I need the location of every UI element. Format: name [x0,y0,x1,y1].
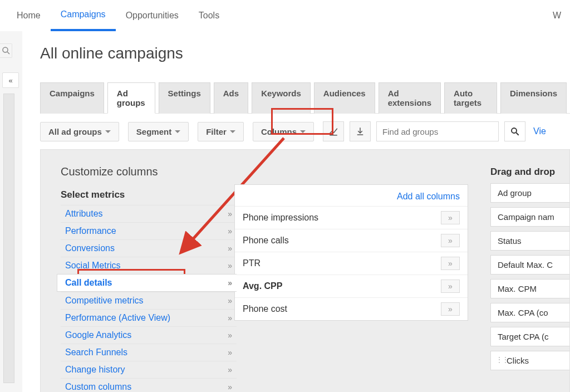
top-nav: Home Campaigns Opportunities Tools W [0,0,570,31]
chevron-right-icon: » [228,244,232,253]
search-input[interactable] [377,127,498,136]
nav-home[interactable]: Home [7,0,51,31]
metric-label: Custom columns [65,382,131,392]
tab-ad-extensions[interactable]: Ad extensions [379,82,441,114]
chevron-right-icon: » [228,227,232,236]
col-row-phone-cost: Phone cost » [235,297,468,320]
metric-custom-columns[interactable]: Custom columns» [61,378,237,392]
view-link[interactable]: Vie [533,126,546,136]
nav-tools[interactable]: Tools [189,0,229,31]
metric-label: Call details [65,278,112,288]
add-all-link-row: Add all columns [235,185,468,206]
dd-item[interactable]: Campaign nam [490,207,570,227]
chevron-right-icon: » [228,365,232,374]
col-label: Phone impressions [243,213,318,223]
dd-item[interactable]: Default Max. C [490,255,570,275]
chevron-right-icon: » [228,313,232,322]
col-row-ptr: PTR » [235,252,468,275]
tab-dimensions[interactable]: Dimensions [500,82,567,114]
metric-social[interactable]: Social Metrics» [61,257,237,274]
chevron-right-icon: » [228,209,232,218]
add-column-button[interactable]: » [441,257,460,270]
col-label: Phone cost [243,304,287,314]
svg-line-1 [7,52,9,54]
secondary-tabs: Campaigns Ad groups Settings Ads Keyword… [40,82,570,114]
metric-label: Social Metrics [65,261,121,271]
col-label: Avg. CPP [243,281,282,291]
nav-right-char: W [553,11,563,21]
metric-performance[interactable]: Performance» [61,222,237,239]
metric-google-analytics[interactable]: Google Analytics» [61,326,237,344]
customize-columns-panel: Customize columns Select metrics Attribu… [40,149,570,392]
metric-search-funnels[interactable]: Search Funnels» [61,344,237,361]
add-all-columns-link[interactable]: Add all columns [397,192,460,201]
drag-drop-title: Drag and drop [490,166,570,178]
page-title: All online campaigns [40,31,570,65]
col-row-phone-calls: Phone calls » [235,229,468,252]
tab-keywords[interactable]: Keywords [252,82,311,114]
chevron-down-icon [105,130,111,133]
metric-label: Performance (Active View) [65,313,170,323]
segment-dropdown[interactable]: Segment [128,122,189,141]
metric-label: Performance [65,226,116,236]
main-content: All online campaigns Campaigns Ad groups… [22,31,570,392]
chevron-right-icon: » [228,261,232,270]
columns-dropdown[interactable]: Columns [253,122,314,141]
chevron-right-icon: » [228,296,232,305]
metrics-column: Select metrics Attributes» Performance» … [61,189,237,392]
metric-active-view[interactable]: Performance (Active View)» [61,309,237,326]
dd-item[interactable]: Max. CPM [490,279,570,298]
filter-dropdown[interactable]: Filter [198,122,244,141]
drag-drop-section: Drag and drop Ad group Campaign nam Stat… [490,166,570,375]
nav-opportunities[interactable]: Opportunities [116,0,189,31]
chevron-down-icon [175,130,180,133]
download-icon-button[interactable] [350,121,371,141]
search-box[interactable] [376,121,499,141]
svg-line-5 [516,133,519,135]
chevron-right-icon: » [228,383,232,391]
tab-audiences[interactable]: Audiences [314,82,375,114]
chevron-right-icon: » [228,278,232,287]
tab-settings[interactable]: Settings [159,82,210,114]
add-column-button[interactable]: » [441,302,460,316]
chevron-down-icon [300,130,306,133]
toolbar: All ad groups Segment Filter Columns Vie [40,113,570,149]
search-go-button[interactable] [504,121,525,141]
dd-item-clicks[interactable]: Clicks [490,351,570,370]
metric-label: Attributes [65,209,103,219]
tab-ad-groups[interactable]: Ad groups [107,82,155,114]
metric-change-history[interactable]: Change history» [61,361,237,378]
chart-icon-button[interactable] [323,121,344,141]
add-column-button[interactable]: » [441,280,460,293]
left-strip [3,94,14,383]
add-column-button[interactable]: » [441,211,460,224]
metric-competitive[interactable]: Competitive metrics» [61,292,237,309]
tab-campaigns[interactable]: Campaigns [40,82,104,114]
tab-ads[interactable]: Ads [214,82,248,114]
dd-item[interactable]: Target CPA (c [490,327,570,346]
metric-label: Conversions [65,243,115,253]
dd-item[interactable]: Max. CPA (co [490,303,570,322]
metric-label: Competitive metrics [65,296,143,306]
col-label: Phone calls [243,236,289,246]
add-column-button[interactable]: » [441,234,460,247]
collapse-sidebar-button[interactable]: « [2,72,19,88]
metric-conversions[interactable]: Conversions» [61,239,237,257]
available-columns-box: Add all columns Phone impressions » Phon… [234,184,468,321]
metric-call-details[interactable]: Call details» [57,274,237,292]
svg-point-0 [3,47,8,52]
metric-attributes[interactable]: Attributes» [61,205,237,222]
svg-point-4 [512,128,517,133]
nav-campaigns[interactable]: Campaigns [51,0,116,31]
dd-item[interactable]: Status [490,231,570,251]
dd-item[interactable]: Ad group [490,183,570,203]
col-row-avg-cpp: Avg. CPP » [235,275,468,297]
metric-label: Change history [65,365,125,375]
all-ad-groups-label: All ad groups [48,127,102,136]
select-metrics-label: Select metrics [61,189,237,200]
chevron-right-icon: » [228,348,232,357]
filter-label: Filter [206,127,227,136]
search-mini-icon[interactable] [0,43,12,58]
all-ad-groups-dropdown[interactable]: All ad groups [40,122,119,141]
tab-auto-targets[interactable]: Auto targets [444,82,497,114]
